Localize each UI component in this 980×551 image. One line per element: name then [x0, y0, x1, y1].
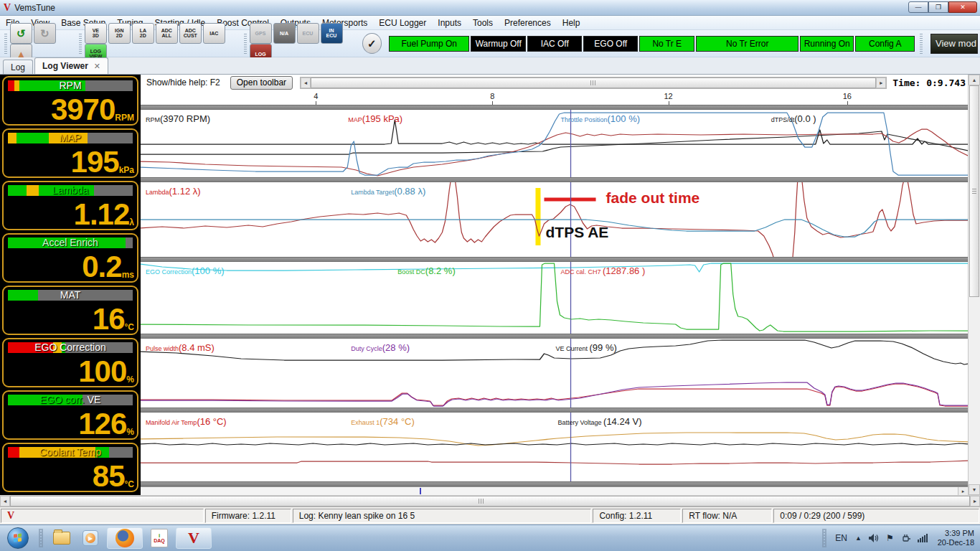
- trace-label-manifold-air-temp: Manifold Air Temp(16 °C): [146, 415, 227, 428]
- gauge-value: 195kPa: [71, 148, 134, 176]
- gauge-lambda: Lambda1.12λ: [2, 181, 138, 230]
- windows-logo-icon: [14, 533, 22, 542]
- adc-cust-button[interactable]: ADCCUST: [179, 23, 202, 44]
- trace-label-value: (0.88 λ): [394, 186, 425, 197]
- chart-panel-rpm-map-tps[interactable]: RPM(3970 RPM)MAP(195 kPa)Throttle Positi…: [141, 110, 968, 177]
- annotation-text: dTPS AE: [545, 224, 608, 241]
- status-led-iac-off: IAC Off: [527, 36, 582, 52]
- power-plug-icon[interactable]: [901, 534, 910, 543]
- scroll-left-icon[interactable]: ◂: [0, 496, 10, 507]
- action-center-flag-icon[interactable]: ⚑: [886, 533, 894, 543]
- trace-line: [141, 131, 968, 154]
- tab-log[interactable]: Log: [3, 60, 33, 74]
- undo-button[interactable]: ↺: [10, 23, 32, 44]
- tab-label: Log: [11, 62, 25, 72]
- menu-item-inputs[interactable]: Inputs: [432, 17, 467, 29]
- adc-all-button[interactable]: ADCALL: [156, 23, 178, 44]
- tab-close-icon[interactable]: ✕: [94, 62, 100, 71]
- gps-button[interactable]: GPS: [250, 23, 272, 44]
- scroll-left-icon[interactable]: ◂: [301, 77, 311, 88]
- vertical-scrollbar-thumb[interactable]: [969, 85, 979, 297]
- status-led-fuel-pump-on: Fuel Pump On: [389, 36, 469, 52]
- status-led-bar: Fuel Pump OnWarmup OffIAC OffEGO OffNo T…: [388, 36, 915, 52]
- trace-label-throttle-position: Throttle Position(100 %): [561, 112, 641, 125]
- start-button[interactable]: [7, 527, 29, 549]
- taskbar-clock[interactable]: 3:39 PM 20-Dec-18: [938, 529, 974, 547]
- in-ecu-button[interactable]: INECU: [321, 23, 343, 44]
- trace-label-battery-voltage: Battery Voltage (14.24 V): [558, 415, 642, 428]
- trace-label-name: dTPS/dt: [771, 116, 795, 123]
- la-2d-button[interactable]: LA2D: [132, 23, 154, 44]
- scrollbar-grip-icon: [479, 499, 485, 504]
- ecu-button[interactable]: ECU: [297, 23, 319, 44]
- panel-separator: [141, 105, 968, 110]
- ruler-tick-label: 12: [664, 92, 673, 100]
- windows-taskbar: ▶ iDAQ V EN ▲ ⚑ 3:39 PM 20-Dec-18: [0, 524, 980, 551]
- menu-item-tools[interactable]: Tools: [467, 17, 499, 29]
- taskbar-vemstune-button[interactable]: V: [176, 527, 212, 549]
- maximize-button[interactable]: ❐: [928, 1, 948, 13]
- gauge-coolant-temp: Coolant Temp85°C: [2, 443, 138, 492]
- show-hidden-icons-button[interactable]: ▲: [855, 534, 862, 542]
- chart-vertical-scrollbar[interactable]: ▴ ▾: [968, 75, 980, 495]
- ign-2d-button[interactable]: IGN2D: [108, 23, 131, 44]
- validate-button[interactable]: ✓: [362, 33, 382, 54]
- chart-panel-ego-boost-adc[interactable]: EGO Correction(100 %)Boost DC(8.2 %)ADC …: [141, 262, 968, 334]
- view-mode-button[interactable]: View mod: [930, 34, 978, 54]
- trace-label-name: VE Current: [556, 345, 590, 352]
- trace-label-name: ADC cal. CH7: [561, 268, 603, 276]
- ve-3d-button[interactable]: VE3D: [85, 23, 107, 44]
- scrollbar-grip-icon: [972, 189, 976, 194]
- menu-item-ecu-logger[interactable]: ECU Logger: [373, 17, 432, 29]
- close-button[interactable]: ✕: [948, 1, 977, 13]
- language-indicator[interactable]: EN: [835, 533, 847, 543]
- scroll-right-icon[interactable]: ▸: [958, 487, 968, 495]
- chart-scrollbar-thumb[interactable]: [311, 77, 876, 88]
- status-led-warmup-off: Warmup Off: [471, 36, 526, 52]
- trace-label-dtps-dt: dTPS/dt(0.0 ): [771, 112, 816, 125]
- clock-date: 20-Dec-18: [938, 538, 974, 547]
- tab-log-viewer[interactable]: Log Viewer✕: [34, 57, 108, 74]
- gauge-number: 3970: [51, 95, 115, 124]
- gauge-number: 85: [93, 462, 125, 491]
- scroll-down-icon[interactable]: ▾: [969, 484, 980, 495]
- trace-label-boost-dc: Boost DC(8.2 %): [397, 264, 455, 277]
- trace-label-name: Battery Voltage: [558, 419, 604, 426]
- menu-item-help[interactable]: Help: [557, 17, 586, 29]
- app-horizontal-scrollbar[interactable]: ◂ ▸: [0, 495, 980, 507]
- trace-label-value: (8.4 mS): [179, 342, 215, 353]
- chart-panel-mat-egt-batt[interactable]: Manifold Air Temp(16 °C)Exhaust 1(734 °C…: [141, 413, 968, 481]
- toolbar-grip: [244, 34, 247, 54]
- network-signal-icon[interactable]: [918, 534, 928, 542]
- open-toolbar-button[interactable]: Open toolbar: [230, 76, 293, 90]
- chart-position-strip[interactable]: ▸: [141, 486, 968, 495]
- taskbar-media-player-button[interactable]: ▶: [78, 527, 103, 549]
- chart-panels: RPM(3970 RPM)MAP(195 kPa)Throttle Positi…: [141, 105, 968, 486]
- chart-panel-lambda[interactable]: Lambda(1.12 λ)Lambda Target(0.88 λ)fade …: [141, 182, 968, 257]
- scroll-up-icon[interactable]: ▴: [969, 75, 980, 85]
- gauge-panel: RPM3970RPMMAP195kPaLambda1.12λAccel Enri…: [0, 75, 141, 495]
- minimize-button[interactable]: —: [908, 1, 928, 13]
- taskbar-explorer-button[interactable]: [50, 527, 74, 549]
- help-hint-text: Show/hide help: F2: [146, 77, 220, 88]
- status-bar: V Firmware: 1.2.11Log: Kenny lean spike …: [0, 507, 980, 524]
- vertical-scrollbar-track[interactable]: [969, 297, 980, 484]
- taskbar-firefox-button[interactable]: [107, 527, 143, 549]
- chart-horizontal-scrollbar[interactable]: ◂ ▸: [300, 77, 887, 89]
- na-button[interactable]: N/A: [273, 23, 296, 44]
- taskbar-idaq-button[interactable]: iDAQ: [147, 527, 171, 549]
- chart-panel-pulse-duty-ve[interactable]: Pulse width(8.4 mS)Duty Cycle(28 %)VE Cu…: [141, 339, 968, 408]
- scroll-right-icon[interactable]: ▸: [970, 496, 980, 507]
- status-cell-0: 0:09 / 0:29 (200 / 599): [773, 509, 979, 523]
- trace-label-adc-cal-ch7: ADC cal. CH7 (1287.86 ): [561, 264, 646, 277]
- menu-item-preferences[interactable]: Preferences: [499, 17, 557, 29]
- iac-button[interactable]: IAC: [203, 23, 225, 44]
- speaker-icon[interactable]: [869, 534, 879, 542]
- app-scrollbar-thumb[interactable]: [10, 496, 970, 507]
- trace-label-value: (99 %): [590, 342, 617, 353]
- scroll-right-icon[interactable]: ▸: [876, 77, 886, 88]
- panel-separator: [141, 481, 968, 486]
- trace-line: [141, 461, 968, 464]
- trace-label-value: (100 %): [192, 265, 225, 276]
- taskbar-divider: [822, 529, 826, 547]
